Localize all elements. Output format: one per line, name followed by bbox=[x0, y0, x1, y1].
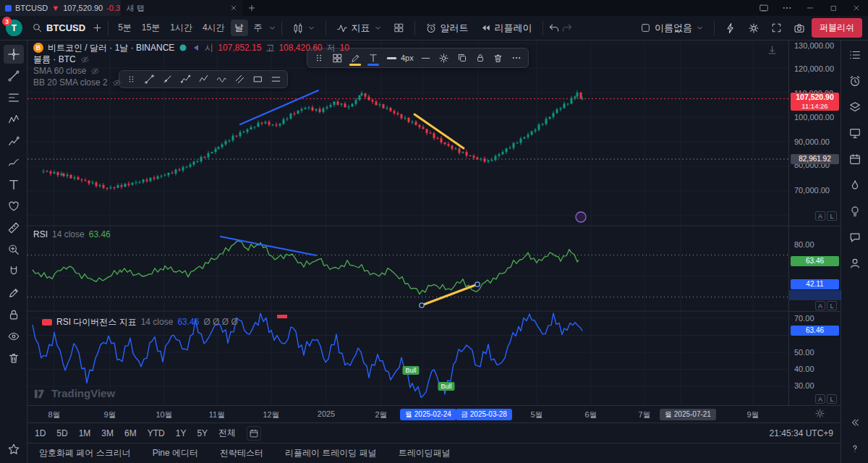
tab-screener[interactable]: 암호화폐 페어 스크리너 bbox=[39, 447, 131, 459]
auto-scale-button[interactable]: A bbox=[815, 211, 825, 221]
range-1m[interactable]: 1M bbox=[79, 428, 91, 438]
range-3m[interactable]: 3M bbox=[101, 428, 114, 438]
snapshot-camera-icon[interactable] bbox=[788, 20, 810, 36]
auto-scale-button[interactable]: A bbox=[815, 301, 825, 310]
log-scale-button[interactable]: L bbox=[827, 211, 837, 221]
forecast-tool[interactable] bbox=[4, 132, 24, 150]
timeframe-1h[interactable]: 1시간 bbox=[166, 20, 197, 36]
price-scale[interactable]: 130,000.00 120,000.00 110,000.00 100,000… bbox=[788, 41, 841, 405]
compare-symbol-icon[interactable] bbox=[92, 22, 103, 33]
maximize-icon[interactable] bbox=[822, 0, 845, 16]
divergence-name[interactable]: RSI 다이버전스 지표 bbox=[56, 316, 137, 328]
ideas-icon[interactable] bbox=[845, 203, 865, 219]
tab-trading-panel[interactable]: 트레이딩패널 bbox=[399, 447, 451, 459]
goto-date-button[interactable] bbox=[247, 426, 261, 441]
crosshair-tool[interactable] bbox=[4, 45, 24, 64]
delete-drawing-icon[interactable] bbox=[490, 49, 507, 67]
visibility-toggle-icon[interactable] bbox=[112, 78, 122, 88]
measure-tool[interactable] bbox=[4, 218, 24, 237]
log-scale-button[interactable]: L bbox=[827, 301, 837, 310]
bb-study-label[interactable]: BB 20 SMA close 2 bbox=[33, 77, 108, 88]
volume-study-label[interactable]: 볼륨 · BTC bbox=[33, 54, 76, 66]
quick-search-icon[interactable] bbox=[720, 20, 741, 36]
range-6m[interactable]: 6M bbox=[124, 428, 137, 438]
pattern-tool[interactable] bbox=[4, 110, 24, 129]
trend-line-tool[interactable] bbox=[4, 67, 24, 85]
timeframe-menu-chevron-icon[interactable] bbox=[268, 24, 276, 32]
symbol-search-button[interactable]: BTCUSD bbox=[27, 20, 90, 35]
screener-icon[interactable] bbox=[845, 125, 865, 141]
layout-select-button[interactable]: 이름없음 bbox=[635, 20, 709, 37]
range-5y[interactable]: 5Y bbox=[197, 428, 208, 438]
browser-menu-icon[interactable] bbox=[775, 0, 799, 16]
pane-separator[interactable] bbox=[789, 226, 841, 226]
browser-tab-new[interactable]: 새 탭 bbox=[122, 0, 243, 16]
sma-study-label[interactable]: SMA 60 close bbox=[33, 66, 86, 76]
new-tab-button[interactable] bbox=[247, 4, 256, 12]
brush-tool[interactable] bbox=[4, 153, 24, 172]
more-options-icon[interactable] bbox=[508, 49, 525, 67]
remove-drawings-tool[interactable] bbox=[4, 349, 24, 368]
log-scale-button[interactable]: L bbox=[827, 394, 837, 404]
help-icon[interactable] bbox=[845, 441, 865, 456]
range-ytd[interactable]: YTD bbox=[148, 428, 165, 438]
scroll-to-recent-icon[interactable] bbox=[767, 45, 778, 56]
replay-button[interactable]: 리플레이 bbox=[475, 20, 537, 37]
time-axis[interactable]: 8월 9월 10월 11월 12월 2025 2월 월 2025-02-24 금… bbox=[27, 405, 841, 422]
publish-button[interactable]: 퍼블리쉬 bbox=[812, 18, 862, 38]
data-window-icon[interactable] bbox=[845, 99, 865, 115]
pane-separator[interactable] bbox=[789, 311, 841, 312]
collapse-panel-icon[interactable] bbox=[845, 415, 865, 430]
calendar-icon[interactable] bbox=[845, 151, 865, 167]
alert-button[interactable]: 알러트 bbox=[420, 20, 474, 37]
layout-grid-button[interactable] bbox=[388, 20, 409, 35]
clone-drawing-icon[interactable] bbox=[454, 49, 471, 67]
zoom-tool[interactable] bbox=[4, 240, 24, 259]
fib-retracement-tool[interactable] bbox=[4, 88, 24, 107]
tab-replay-trading[interactable]: 리플레이 트레이딩 패널 bbox=[285, 447, 377, 459]
chart-style-button[interactable] bbox=[287, 20, 320, 36]
alerts-icon[interactable] bbox=[845, 73, 865, 89]
line-width-icon[interactable] bbox=[383, 49, 400, 67]
timeframe-15m[interactable]: 15분 bbox=[137, 20, 164, 36]
rsi-name[interactable]: RSI bbox=[33, 229, 48, 239]
tab-pine-editor[interactable]: Pine 에디터 bbox=[153, 447, 198, 459]
hotlist-icon[interactable] bbox=[845, 177, 865, 193]
settings-gear-icon[interactable] bbox=[743, 20, 765, 36]
edit-tool[interactable] bbox=[4, 284, 24, 302]
clock-label[interactable]: 21:45:34 UTC+9 bbox=[770, 428, 833, 438]
line-style-icon[interactable] bbox=[417, 49, 435, 67]
text-color-button[interactable] bbox=[365, 49, 382, 67]
magnet-tool[interactable] bbox=[4, 262, 24, 281]
range-1d[interactable]: 1D bbox=[35, 428, 46, 438]
timeframe-1w[interactable]: 주 bbox=[250, 20, 267, 36]
user-avatar[interactable]: T 3 bbox=[6, 20, 22, 36]
favorites-star-icon[interactable] bbox=[4, 440, 24, 459]
chart-canvas[interactable] bbox=[27, 41, 788, 405]
symbol-title[interactable]: 비트코인 / 달러 · 1날 · BINANCE bbox=[48, 42, 174, 54]
auto-scale-button[interactable]: A bbox=[815, 394, 825, 404]
hide-drawings-tool[interactable] bbox=[4, 327, 24, 346]
watchlist-icon[interactable] bbox=[845, 47, 865, 63]
timeframe-5m[interactable]: 5분 bbox=[114, 20, 136, 36]
emoji-tool[interactable] bbox=[4, 197, 24, 216]
cast-icon[interactable] bbox=[752, 0, 775, 16]
tab-close-icon[interactable] bbox=[230, 4, 237, 12]
range-1y[interactable]: 1Y bbox=[176, 428, 187, 438]
range-all[interactable]: 전체 bbox=[218, 427, 236, 439]
lock-drawings-tool[interactable] bbox=[4, 305, 24, 324]
minimize-icon[interactable] bbox=[799, 0, 822, 16]
visibility-toggle-icon[interactable] bbox=[80, 55, 90, 64]
range-5d[interactable]: 5D bbox=[56, 428, 67, 438]
close-window-icon[interactable] bbox=[845, 0, 868, 16]
drawing-settings-icon[interactable] bbox=[435, 49, 453, 67]
line-width-value[interactable]: 4px bbox=[401, 54, 417, 62]
fullscreen-icon[interactable] bbox=[766, 20, 787, 35]
community-icon[interactable] bbox=[845, 255, 865, 271]
undo-icon[interactable] bbox=[548, 22, 560, 34]
visibility-toggle-icon[interactable] bbox=[90, 67, 100, 76]
chat-icon[interactable] bbox=[845, 229, 865, 245]
timeframe-1d[interactable]: 날 bbox=[231, 20, 248, 36]
tab-strategy-tester[interactable]: 전략테스터 bbox=[220, 447, 263, 459]
text-tool[interactable] bbox=[4, 175, 24, 194]
